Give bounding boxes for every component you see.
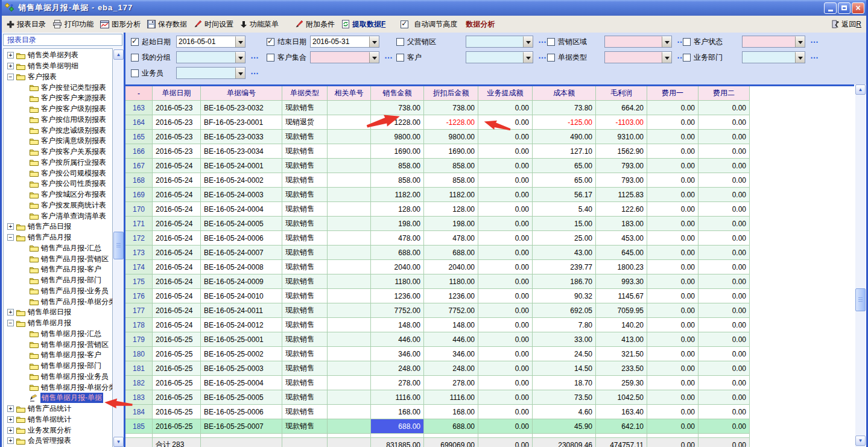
tree-item[interactable]: 客户按客户来源报表 <box>4 93 112 104</box>
table-cell[interactable]: 0.00 <box>699 347 750 361</box>
column-header[interactable]: 成本额 <box>533 86 596 101</box>
tree-item[interactable]: 销售单据月报-汇总 <box>4 329 112 340</box>
expand-icon[interactable]: + <box>7 52 14 59</box>
table-row[interactable]: 1682016-05-24BE-16-05-24-0002现款销售858.008… <box>125 173 854 188</box>
toolbar-button-1[interactable]: 报表目录 <box>7 19 46 30</box>
column-header[interactable]: 费用二 <box>699 86 750 101</box>
table-cell[interactable]: 现款销售 <box>282 318 328 332</box>
table-cell[interactable]: 2016-05-25 <box>153 376 201 390</box>
filter-checkbox[interactable] <box>683 38 691 46</box>
filter-combobox[interactable] <box>466 36 533 48</box>
close-button[interactable]: × <box>852 2 864 14</box>
table-cell[interactable]: BE-16-05-25-0005 <box>201 390 282 405</box>
table-row[interactable]: 1782016-05-24BE-16-05-24-0012现款销售148.001… <box>125 318 854 332</box>
table-cell[interactable]: 239.77 <box>533 260 596 274</box>
table-cell[interactable]: 793.00 <box>596 159 647 173</box>
table-cell[interactable]: 346.00 <box>424 347 478 361</box>
data-analysis-button[interactable]: 数据分析 <box>466 19 495 30</box>
table-cell[interactable]: 0.00 <box>478 274 533 289</box>
table-cell[interactable]: 0.00 <box>478 405 533 419</box>
table-cell[interactable]: 0.00 <box>699 274 750 289</box>
table-cell[interactable]: 9310.00 <box>596 130 647 144</box>
table-cell[interactable]: 2016-05-25 <box>153 347 201 361</box>
table-cell[interactable]: 25.00 <box>533 231 596 246</box>
table-cell[interactable]: 0.00 <box>478 390 533 405</box>
table-cell[interactable]: 0.00 <box>478 347 533 361</box>
table-cell[interactable]: 2016-05-24 <box>153 217 201 231</box>
filter-checkbox[interactable] <box>267 38 274 46</box>
table-cell[interactable]: 现款销售 <box>282 202 328 217</box>
table-cell[interactable]: 0.00 <box>647 274 699 289</box>
table-cell[interactable]: 0.00 <box>478 188 533 202</box>
table-cell[interactable]: 0.00 <box>647 217 699 231</box>
tree-item[interactable]: 销售产品月报-业务员 <box>4 286 112 297</box>
table-cell[interactable]: 65.00 <box>533 173 596 188</box>
toolbar-button-6[interactable]: 功能菜单 <box>240 19 279 30</box>
table-cell[interactable]: 0.00 <box>647 318 699 332</box>
tree-item[interactable]: 客户按城区分布报表 <box>4 189 112 200</box>
filter-checkbox[interactable] <box>683 54 691 62</box>
table-cell[interactable]: 183.00 <box>596 217 647 231</box>
tree-item[interactable]: −客户报表 <box>4 72 112 83</box>
table-cell[interactable]: BE-16-05-24-0005 <box>201 217 282 231</box>
table-cell[interactable]: 1145.67 <box>596 289 647 303</box>
row-number-cell[interactable]: 183 <box>125 390 153 405</box>
table-cell[interactable]: 1116.00 <box>424 390 478 405</box>
table-cell[interactable]: 24.50 <box>533 347 596 361</box>
table-row[interactable]: 1822016-05-25BE-16-05-25-0004现款销售278.002… <box>125 376 854 390</box>
row-number-cell[interactable]: 176 <box>125 289 153 303</box>
tree-item[interactable]: 客户按客户关系报表 <box>4 147 112 157</box>
table-cell[interactable]: 5.40 <box>533 202 596 217</box>
table-cell[interactable]: 0.00 <box>699 101 750 115</box>
row-number-cell[interactable]: 178 <box>125 318 153 332</box>
chevron-down-icon[interactable] <box>795 52 805 63</box>
row-number-cell[interactable]: 174 <box>125 260 153 274</box>
row-number-cell[interactable]: 179 <box>125 332 153 347</box>
table-cell[interactable]: 0.00 <box>647 231 699 246</box>
table-cell[interactable]: 0.00 <box>478 260 533 274</box>
ellipsis-button[interactable]: … <box>538 35 547 45</box>
table-cell[interactable]: 1800.23 <box>596 260 647 274</box>
table-cell[interactable]: 4.60 <box>533 405 596 419</box>
table-cell[interactable]: 642.10 <box>596 419 647 434</box>
tree-item[interactable]: 销售产品月报-单据分类 <box>4 296 112 307</box>
scroll-up-icon[interactable]: ▲ <box>113 49 124 60</box>
table-cell[interactable]: 0.00 <box>699 260 750 274</box>
ellipsis-button[interactable]: … <box>810 35 819 45</box>
table-cell[interactable]: 现款销售 <box>282 144 328 159</box>
tree-item[interactable]: 销售单据月报-部门 <box>4 361 112 372</box>
table-row[interactable]: 1732016-05-24BE-16-05-24-0007现款销售688.006… <box>125 246 854 260</box>
table-cell[interactable]: 738.00 <box>371 101 424 115</box>
table-cell[interactable]: 73.50 <box>533 390 596 405</box>
table-cell[interactable] <box>328 332 371 347</box>
table-cell[interactable]: 688.00 <box>371 419 424 434</box>
table-cell[interactable]: 0.00 <box>699 144 750 159</box>
column-header[interactable]: - <box>125 86 153 101</box>
table-cell[interactable]: 现款销售 <box>282 246 328 260</box>
table-cell[interactable]: 413.00 <box>596 332 647 347</box>
table-cell[interactable]: 0.00 <box>699 173 750 188</box>
table-cell[interactable]: 198.00 <box>424 217 478 231</box>
table-row[interactable]: 1672016-05-24BE-16-05-24-0001现款销售858.008… <box>125 159 854 173</box>
table-cell[interactable]: BE-16-05-23-0032 <box>201 101 282 115</box>
row-number-cell[interactable]: 175 <box>125 274 153 289</box>
toolbar-button-5[interactable]: 时间设置 <box>194 19 233 30</box>
table-cell[interactable]: 0.00 <box>647 347 699 361</box>
column-header[interactable]: 单据日期 <box>153 86 201 101</box>
table-cell[interactable]: 0.00 <box>647 144 699 159</box>
table-cell[interactable]: 9800.00 <box>371 130 424 144</box>
table-cell[interactable]: 2016-05-24 <box>153 231 201 246</box>
table-cell[interactable]: 0.00 <box>699 115 750 130</box>
table-cell[interactable]: 1236.00 <box>424 289 478 303</box>
table-cell[interactable]: 15.00 <box>533 217 596 231</box>
tree-item[interactable]: 销售产品月报-营销区 <box>4 253 112 264</box>
table-cell[interactable] <box>328 405 371 419</box>
filter-checkbox[interactable] <box>267 54 274 62</box>
expand-icon[interactable]: + <box>7 405 14 412</box>
chevron-down-icon[interactable] <box>523 36 533 47</box>
expand-icon[interactable]: + <box>7 223 14 230</box>
table-cell[interactable]: 1042.50 <box>596 390 647 405</box>
filter-combobox[interactable] <box>604 36 672 48</box>
table-cell[interactable]: 0.00 <box>647 419 699 434</box>
table-row[interactable]: 1762016-05-24BE-16-05-24-0010现款销售1236.00… <box>125 289 854 303</box>
